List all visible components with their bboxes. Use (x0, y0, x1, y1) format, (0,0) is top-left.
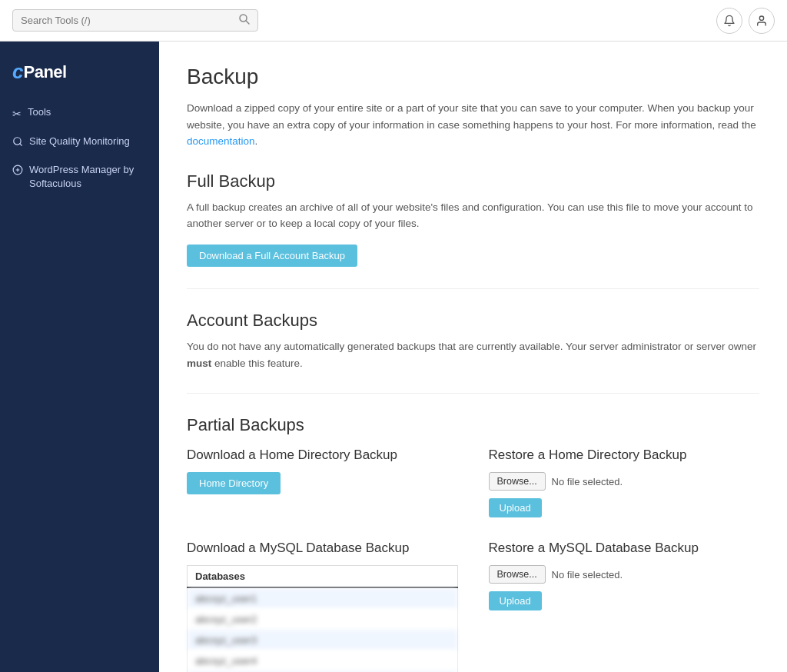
databases-column-header: Databases (188, 566, 458, 588)
wordpress-icon (12, 165, 23, 180)
download-mysql-col: Download a MySQL Database Backup Databas… (187, 541, 458, 672)
svg-line-1 (246, 21, 249, 24)
db-row-3[interactable]: abcxyz_user4 (188, 650, 458, 671)
header (0, 0, 787, 42)
home-upload-button[interactable]: Upload (489, 498, 542, 517)
user-button[interactable] (749, 8, 775, 34)
account-backups-text2: enable this feature. (214, 358, 303, 369)
sidebar-item-tools[interactable]: ✂ Tools (0, 99, 159, 128)
download-home-col: Download a Home Directory Backup Home Di… (187, 447, 458, 517)
header-icons (716, 8, 775, 34)
partial-backups-grid: Download a Home Directory Backup Home Di… (187, 447, 759, 672)
restore-home-title: Restore a Home Directory Backup (489, 447, 760, 463)
home-directory-button[interactable]: Home Directory (187, 472, 281, 494)
download-mysql-title: Download a MySQL Database Backup (187, 541, 458, 556)
site-quality-icon (12, 136, 23, 151)
main-content: Backup Download a zipped copy of your en… (159, 42, 787, 672)
layout: c Panel ✂ Tools Site Quality Monitoring (0, 42, 787, 672)
account-backups-title: Account Backups (187, 311, 759, 331)
home-no-file-text: No file selected. (552, 476, 623, 487)
mysql-browse-button[interactable]: Browse... (489, 565, 546, 584)
sidebar-logo: c Panel (0, 54, 159, 99)
search-bar[interactable] (12, 9, 258, 32)
search-icon (239, 14, 250, 27)
restore-mysql-title: Restore a MySQL Database Backup (489, 541, 760, 556)
divider-1 (187, 288, 759, 289)
sidebar: c Panel ✂ Tools Site Quality Monitoring (0, 42, 159, 672)
page-title: Backup (187, 65, 759, 89)
cpanel-logo-text: Panel (23, 62, 66, 82)
account-backups-description: You do not have any automatically genera… (187, 338, 759, 371)
home-browse-button[interactable]: Browse... (489, 472, 546, 491)
mysql-upload-button[interactable]: Upload (489, 591, 542, 610)
page-description-period: . (255, 135, 258, 147)
databases-table: Databases abcxyz_user1abcxyz_user2abcxyz… (187, 565, 458, 672)
restore-mysql-col: Restore a MySQL Database Backup Browse..… (489, 541, 760, 672)
svg-point-2 (759, 16, 763, 20)
account-backups-text1: You do not have any automatically genera… (187, 341, 756, 352)
db-row-0[interactable]: abcxyz_user1 (188, 587, 458, 609)
download-home-title: Download a Home Directory Backup (187, 447, 458, 463)
full-backup-title: Full Backup (187, 171, 759, 191)
notification-button[interactable] (716, 8, 742, 34)
db-row-2[interactable]: abcxyz_user3 (188, 630, 458, 650)
documentation-link[interactable]: documentation (187, 135, 255, 147)
mysql-browse-row: Browse... No file selected. (489, 565, 760, 584)
restore-home-col: Restore a Home Directory Backup Browse..… (489, 447, 760, 517)
sidebar-item-site-quality-label: Site Quality Monitoring (29, 135, 130, 148)
page-description-text1: Download a zipped copy of your entire si… (187, 102, 756, 131)
divider-2 (187, 393, 759, 394)
download-full-backup-button[interactable]: Download a Full Account Backup (187, 245, 357, 267)
tools-icon: ✂ (12, 107, 22, 122)
cpanel-logo: c Panel (12, 60, 147, 84)
svg-line-4 (20, 143, 22, 145)
cpanel-logo-c: c (12, 60, 23, 84)
sidebar-item-wordpress-label: WordPress Manager by Softaculous (29, 163, 147, 191)
sidebar-item-tools-label: Tools (28, 105, 51, 119)
account-backups-bold: must (187, 358, 211, 369)
partial-backups-title: Partial Backups (187, 415, 759, 435)
search-input[interactable] (21, 15, 234, 26)
sidebar-item-site-quality[interactable]: Site Quality Monitoring (0, 128, 159, 158)
home-browse-row: Browse... No file selected. (489, 472, 760, 491)
mysql-no-file-text: No file selected. (552, 569, 623, 581)
page-description: Download a zipped copy of your entire si… (187, 100, 759, 150)
sidebar-item-wordpress[interactable]: WordPress Manager by Softaculous (0, 157, 159, 197)
full-backup-description: A full backup creates an archive of all … (187, 199, 759, 232)
db-row-1[interactable]: abcxyz_user2 (188, 609, 458, 630)
